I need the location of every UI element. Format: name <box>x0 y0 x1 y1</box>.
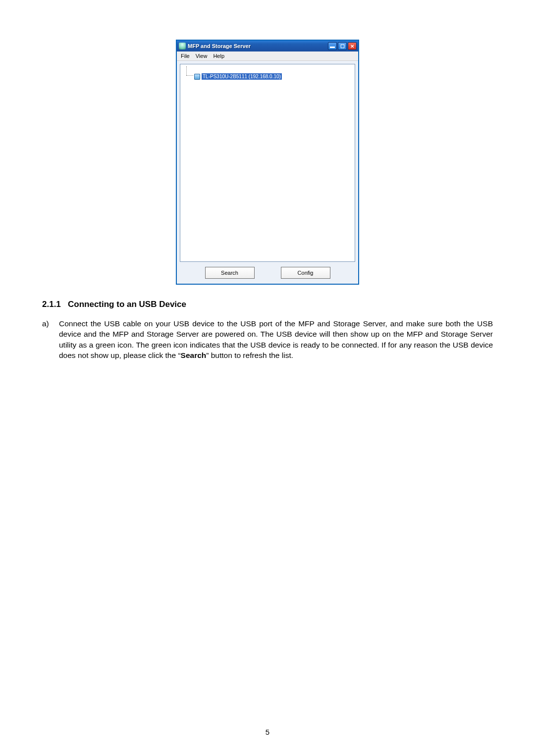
tree-item-label: TL-PS310U-2B5111 (192.168.0.10) <box>202 73 282 80</box>
app-icon <box>179 43 186 50</box>
page-root: MFP and Storage Server ▬ ☐ ✕ File View H… <box>0 0 535 756</box>
app-window: MFP and Storage Server ▬ ☐ ✕ File View H… <box>176 40 359 285</box>
instruction-text-bold: Search <box>181 351 207 359</box>
instruction-text-part2: ” button to refresh the list. <box>206 351 293 359</box>
minimize-button[interactable]: ▬ <box>328 42 337 50</box>
window-title: MFP and Storage Server <box>188 43 328 49</box>
menu-help[interactable]: Help <box>210 52 227 59</box>
section-number: 2.1.1 <box>42 300 68 309</box>
window-controls: ▬ ☐ ✕ <box>328 42 357 50</box>
instruction-list: Connect the USB cable on your USB device… <box>42 318 493 361</box>
server-icon <box>194 74 200 80</box>
search-button[interactable]: Search <box>205 267 255 279</box>
button-row: Search Config <box>177 265 358 284</box>
tree-item[interactable]: TL-PS310U-2B5111 (192.168.0.10) <box>194 73 282 80</box>
minimize-icon: ▬ <box>330 44 335 49</box>
instruction-item: Connect the USB cable on your USB device… <box>59 318 493 361</box>
device-tree: TL-PS310U-2B5111 (192.168.0.10) <box>180 64 355 262</box>
config-button[interactable]: Config <box>281 267 330 279</box>
title-bar: MFP and Storage Server ▬ ☐ ✕ <box>177 41 358 51</box>
section-title: Connecting to an USB Device <box>68 300 186 309</box>
close-button[interactable]: ✕ <box>348 42 357 50</box>
menu-file[interactable]: File <box>178 52 193 59</box>
menu-bar: File View Help <box>177 51 358 61</box>
section-heading: 2.1.1 Connecting to an USB Device <box>42 300 493 309</box>
tree-connector <box>186 66 187 75</box>
tree-connector <box>186 75 193 76</box>
page-number: 5 <box>0 728 535 736</box>
menu-view[interactable]: View <box>193 52 211 59</box>
maximize-button[interactable]: ☐ <box>338 42 347 50</box>
maximize-icon: ☐ <box>340 44 345 49</box>
close-icon: ✕ <box>350 44 354 49</box>
